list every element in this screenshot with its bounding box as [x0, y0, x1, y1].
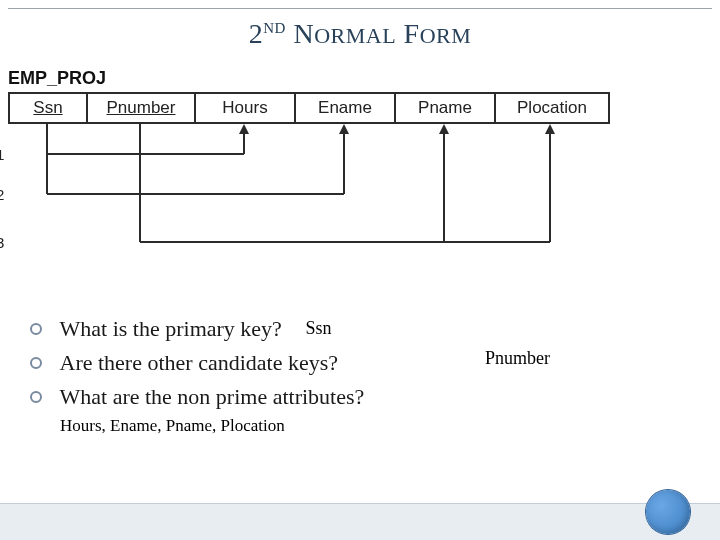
schema-diagram: EMP_PROJ Ssn Pnumber Hours Ename Pname P…	[8, 68, 708, 293]
footer-bar	[0, 503, 720, 540]
title-word1-rest: ORMAL	[314, 23, 396, 48]
slide-title: 2ND NORMAL FORM	[0, 18, 720, 50]
title-ordinal: ND	[263, 20, 286, 36]
bullet-1: What is the primary key? Ssn	[30, 314, 690, 342]
bullet-icon	[30, 357, 42, 369]
bullet-icon	[30, 391, 42, 403]
svg-marker-14	[545, 124, 555, 134]
slide: 2ND NORMAL FORM EMP_PROJ Ssn Pnumber Hou…	[0, 0, 720, 540]
title-word2-rest: ORM	[420, 23, 472, 48]
answer-1: Ssn	[305, 318, 331, 338]
relation-name: EMP_PROJ	[8, 68, 106, 89]
answer-3: Hours, Ename, Pname, Plocation	[60, 416, 690, 436]
fd1-label: FD1	[0, 146, 4, 163]
nav-circle-icon[interactable]	[646, 490, 690, 534]
question-3: What are the non prime attributes?	[60, 384, 365, 409]
fd2-label: FD2	[0, 186, 4, 203]
title-number: 2	[249, 18, 264, 49]
title-word1-cap: N	[293, 18, 314, 49]
fd-arrows	[8, 92, 708, 292]
bullet-3: What are the non prime attributes?	[30, 382, 690, 410]
question-1: What is the primary key?	[60, 316, 282, 341]
svg-marker-12	[439, 124, 449, 134]
answer-2: Pnumber	[485, 348, 550, 369]
bullet-icon	[30, 323, 42, 335]
question-2: Are there other candidate keys?	[60, 350, 339, 375]
top-divider	[8, 8, 712, 9]
title-word2-cap: F	[404, 18, 420, 49]
fd3-label: FD3	[0, 234, 4, 251]
svg-marker-8	[339, 124, 349, 134]
bullet-2: Are there other candidate keys?	[30, 348, 690, 376]
svg-marker-4	[239, 124, 249, 134]
bullet-list: What is the primary key? Ssn Are there o…	[30, 308, 690, 436]
